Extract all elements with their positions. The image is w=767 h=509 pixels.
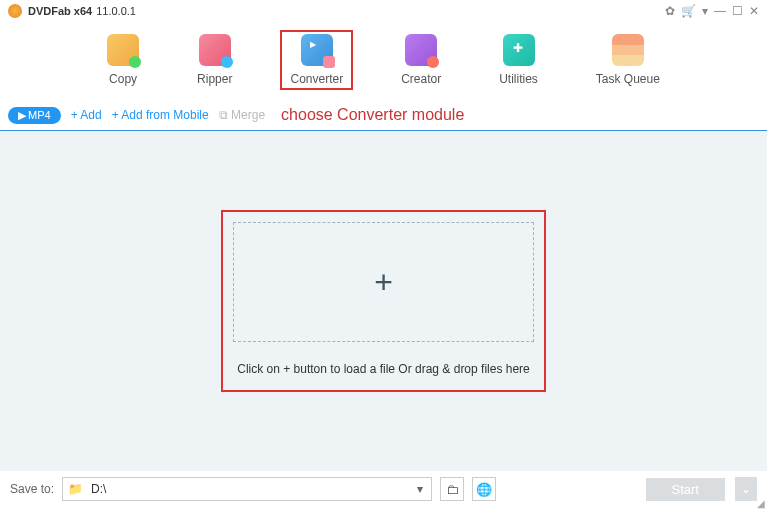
browse-folder-button[interactable]: 🗀 [440,477,464,501]
app-version: 11.0.0.1 [96,5,136,17]
save-to-label: Save to: [10,482,54,496]
dropzone[interactable]: + [233,222,534,342]
minimize-icon[interactable]: — [714,4,726,18]
nav-task-queue-label: Task Queue [596,72,660,86]
format-badge-label: MP4 [28,109,51,121]
path-dropdown-icon[interactable]: ▾ [409,482,431,496]
cart-icon[interactable]: 🛒 [681,4,696,18]
merge-button: ⧉ Merge [219,108,265,122]
dropzone-text: Click on + button to load a file Or drag… [233,362,534,376]
annotation-text: choose Converter module [281,106,464,124]
converter-icon [301,34,333,66]
plus-icon: + [374,264,393,301]
ripper-icon [199,34,231,66]
module-nav: Copy Ripper Converter Creator Utilities … [0,22,767,102]
format-badge[interactable]: ▶ MP4 [8,107,61,124]
copy-icon [107,34,139,66]
play-icon: ▶ [18,109,26,122]
creator-icon [405,34,437,66]
utilities-icon [503,34,535,66]
toolbar: ▶ MP4 + Add + Add from Mobile ⧉ Merge ch… [0,102,767,131]
main-area: + Click on + button to load a file Or dr… [0,131,767,471]
promo-icon[interactable]: ✿ [665,4,675,18]
start-button[interactable]: Start [646,478,725,501]
nav-ripper[interactable]: Ripper [187,30,242,90]
dropzone-highlight: + Click on + button to load a file Or dr… [221,210,546,392]
save-path-box[interactable]: 📁 D:\ ▾ [62,477,432,501]
nav-ripper-label: Ripper [197,72,232,86]
app-name: DVDFab x64 [28,5,92,17]
maximize-icon[interactable]: ☐ [732,4,743,18]
options-icon[interactable]: ▾ [702,4,708,18]
titlebar: DVDFab x64 11.0.0.1 ✿ 🛒 ▾ — ☐ ✕ [0,0,767,22]
app-logo-icon [8,4,22,18]
web-button[interactable]: 🌐 [472,477,496,501]
nav-copy[interactable]: Copy [97,30,149,90]
save-path: D:\ [87,482,409,496]
nav-creator[interactable]: Creator [391,30,451,90]
nav-creator-label: Creator [401,72,441,86]
folder-icon: 📁 [63,482,87,496]
window-controls: ✿ 🛒 ▾ — ☐ ✕ [665,4,759,18]
nav-utilities-label: Utilities [499,72,538,86]
footer: Save to: 📁 D:\ ▾ 🗀 🌐 Start ⌄ [0,477,767,501]
start-dropdown[interactable]: ⌄ [735,477,757,501]
nav-utilities[interactable]: Utilities [489,30,548,90]
close-icon[interactable]: ✕ [749,4,759,18]
task-queue-icon [612,34,644,66]
nav-task-queue[interactable]: Task Queue [586,30,670,90]
merge-label: Merge [231,108,265,122]
resize-grip-icon[interactable]: ◢ [757,498,765,509]
add-from-mobile-button[interactable]: + Add from Mobile [112,108,209,122]
merge-icon: ⧉ [219,108,231,122]
add-button[interactable]: + Add [71,108,102,122]
nav-copy-label: Copy [109,72,137,86]
nav-converter[interactable]: Converter [280,30,353,90]
nav-converter-label: Converter [290,72,343,86]
